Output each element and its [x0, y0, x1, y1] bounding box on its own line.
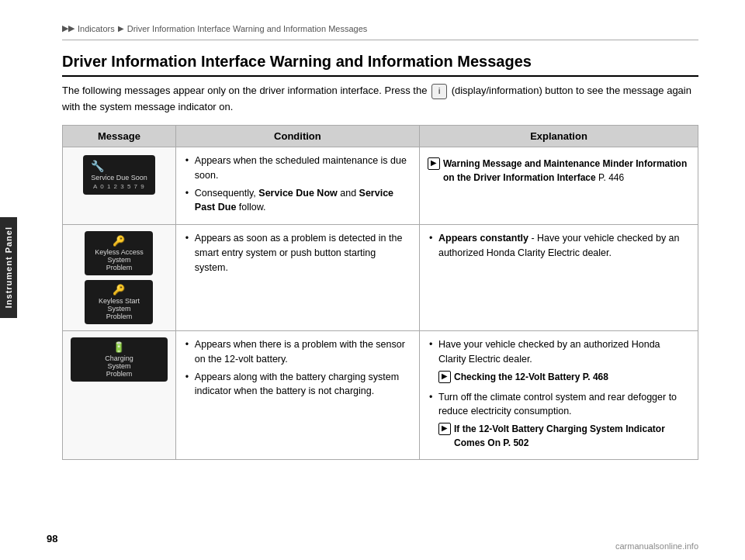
condition-list: Appears when the scheduled maintenance i…	[184, 154, 411, 215]
list-item: Consequently, Service Due Now and Servic…	[184, 186, 411, 216]
side-tab-label: Instrument Panel	[4, 226, 13, 308]
reference-text-battery: Checking the 12-Volt Battery P. 468	[454, 370, 608, 384]
breadcrumb-part1: Indicators	[78, 24, 115, 33]
watermark: carmanualsonline.info	[615, 541, 698, 551]
page-number: 98	[47, 533, 57, 544]
keyless-display-group: 🔑 Keyless AccessSystemProblem 🔑 Keyless …	[71, 231, 168, 324]
list-item: Turn off the climate control system and …	[428, 390, 690, 451]
service-due-sub: A 0 1 2 3 5 7 9	[91, 183, 147, 190]
breadcrumb: ▶▶ Indicators ▶ Driver Information Inter…	[62, 23, 698, 40]
col-header-condition: Condition	[175, 126, 419, 147]
intro-text-before: The following messages appear only on th…	[62, 85, 427, 96]
condition-list-keyless: Appears as soon as a problem is detected…	[184, 231, 411, 275]
reference-page: P. 446	[598, 172, 624, 183]
key-start-icon: 🔑	[91, 284, 147, 296]
condition-cell-keyless: Appears as soon as a problem is detected…	[175, 225, 419, 331]
charging-label: ChargingSystemProblem	[77, 354, 161, 378]
breadcrumb-arrow2: ▶	[118, 24, 124, 33]
col-header-message: Message	[63, 126, 176, 147]
intro-paragraph: The following messages appear only on th…	[62, 83, 698, 114]
condition-cell-service-due: Appears when the scheduled maintenance i…	[175, 147, 419, 225]
service-due-label: Service Due Soon	[91, 174, 147, 183]
explanation-cell-battery: Have your vehicle checked by an authoriz…	[419, 331, 698, 460]
explanation-cell-keyless: Appears constantly - Have your vehicle c…	[419, 225, 698, 331]
list-item: Have your vehicle checked by an authoriz…	[428, 337, 690, 384]
wrench-icon: 🔧	[91, 160, 104, 172]
condition-cell-battery: Appears when there is a problem with the…	[175, 331, 419, 460]
message-cell-battery: 🔋 ChargingSystemProblem	[63, 331, 176, 460]
list-item: Appears along with the battery charging …	[184, 370, 411, 399]
list-item: Appears as soon as a problem is detected…	[184, 231, 411, 275]
battery-icon: 🔋	[77, 341, 161, 353]
reference-link-charging: ▶ If the 12-Volt Battery Charging System…	[438, 422, 690, 450]
table-row: 🔋 ChargingSystemProblem Appears when the…	[63, 331, 698, 460]
reference-arrow-icon: ▶	[438, 371, 451, 383]
key-icon: 🔑	[91, 235, 147, 247]
col-header-explanation: Explanation	[419, 126, 698, 147]
table-row: 🔧 Service Due Soon A 0 1 2 3 5 7 9 Appea…	[63, 147, 698, 225]
service-due-display: 🔧 Service Due Soon A 0 1 2 3 5 7 9	[83, 155, 155, 195]
breadcrumb-part2: Driver Information Interface Warning and…	[127, 24, 368, 33]
keyless-access-label: Keyless AccessSystemProblem	[91, 248, 147, 271]
list-item: Appears constantly - Have your vehicle c…	[428, 231, 690, 261]
reference-arrow-icon: ▶	[428, 157, 440, 170]
reference-text: Warning Message and Maintenance Minder I…	[443, 157, 690, 185]
message-cell-service-due: 🔧 Service Due Soon A 0 1 2 3 5 7 9	[63, 147, 176, 225]
reference-link: ▶ Warning Message and Maintenance Minder…	[428, 157, 690, 185]
charging-system-display: 🔋 ChargingSystemProblem	[71, 337, 168, 382]
reference-text-charging: If the 12-Volt Battery Charging System I…	[454, 422, 690, 450]
breadcrumb-arrows: ▶▶	[62, 23, 74, 33]
keyless-start-display: 🔑 Keyless StartSystemProblem	[85, 280, 153, 324]
table-row: 🔑 Keyless AccessSystemProblem 🔑 Keyless …	[63, 225, 698, 331]
list-item: Appears when there is a problem with the…	[184, 337, 411, 367]
side-tab: Instrument Panel	[0, 217, 17, 318]
info-table: Message Condition Explanation 🔧 Service …	[62, 125, 698, 460]
display-info-button-icon: i	[431, 84, 447, 99]
explanation-list-keyless: Appears constantly - Have your vehicle c…	[428, 231, 690, 261]
reference-arrow-icon: ▶	[438, 423, 451, 435]
page-title: Driver Information Interface Warning and…	[62, 53, 698, 77]
condition-list-battery: Appears when there is a problem with the…	[184, 337, 411, 399]
explanation-list-battery: Have your vehicle checked by an authoriz…	[428, 337, 690, 450]
message-cell-keyless: 🔑 Keyless AccessSystemProblem 🔑 Keyless …	[63, 225, 176, 331]
reference-link-battery: ▶ Checking the 12-Volt Battery P. 468	[438, 370, 690, 384]
explanation-cell-service-due: ▶ Warning Message and Maintenance Minder…	[419, 147, 698, 225]
keyless-access-display: 🔑 Keyless AccessSystemProblem	[85, 231, 153, 275]
keyless-start-label: Keyless StartSystemProblem	[91, 297, 147, 320]
list-item: Appears when the scheduled maintenance i…	[184, 154, 411, 183]
